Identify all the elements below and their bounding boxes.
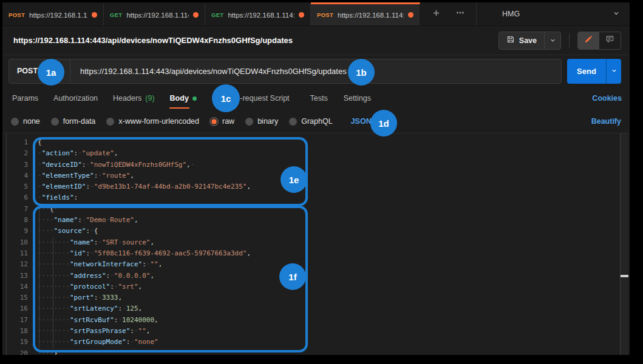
line-number: 15 bbox=[2, 292, 28, 303]
line-number: 16 bbox=[2, 303, 28, 314]
environment-selector[interactable]: HMG bbox=[476, 2, 630, 25]
line-number: 18 bbox=[2, 326, 28, 337]
request-tab[interactable]: GEThttps://192.168.1.114:44 bbox=[205, 2, 311, 25]
line-number: 4 bbox=[2, 170, 28, 181]
body-type-row: noneform-datax-www-form-urlencodedrawbin… bbox=[2, 110, 630, 133]
tab-url-label: https://192.168.1.114:44 bbox=[126, 12, 189, 19]
edit-mode-button[interactable] bbox=[578, 32, 599, 49]
code-text: ········"srtPassPhrase":·"", bbox=[28, 326, 150, 337]
line-number: 3 bbox=[2, 160, 28, 170]
save-options-button[interactable] bbox=[544, 32, 560, 49]
tab-tests[interactable]: Tests bbox=[310, 87, 328, 110]
tab-authorization[interactable]: Authorization bbox=[53, 87, 98, 110]
tab-body[interactable]: Body bbox=[170, 87, 197, 110]
method-badge: POST bbox=[317, 12, 333, 18]
request-builder: POST https://192.168.1.114:443/api/devic… bbox=[2, 55, 630, 87]
divider bbox=[569, 33, 570, 48]
send-options-button[interactable] bbox=[606, 59, 621, 84]
pencil-icon bbox=[584, 35, 593, 46]
code-line: 10········"name":·"SRT·source", bbox=[2, 237, 620, 248]
code-line: 14········"protocol":·"srt", bbox=[2, 281, 620, 292]
line-number: 13 bbox=[2, 271, 28, 281]
radio-none bbox=[11, 118, 19, 126]
code-line: 8····"name":·"Demo·Route", bbox=[2, 215, 620, 226]
line-number: 6 bbox=[2, 192, 28, 203]
modified-dot bbox=[192, 96, 197, 101]
code-text: ·"fields": bbox=[28, 192, 78, 203]
request-tab[interactable]: POSThttps://192.168.1.114:4 bbox=[311, 2, 420, 25]
code-text: ········"networkInterface":·"", bbox=[28, 259, 162, 270]
annotation-1e: 1e bbox=[281, 166, 307, 193]
radio-form-data bbox=[51, 118, 59, 126]
code-text: ········"address":·"0.0.0.0", bbox=[28, 271, 154, 281]
line-number: 19 bbox=[2, 337, 28, 348]
code-editor[interactable]: 1{2·"action":·"update",3·"deviceID":·"no… bbox=[2, 137, 620, 355]
code-line: 20····} bbox=[2, 348, 620, 355]
body-type-form-data[interactable]: form-data bbox=[51, 117, 96, 126]
line-number: 1 bbox=[2, 137, 28, 148]
body-type-label: raw bbox=[222, 117, 234, 126]
tab-url-label: https://192.168.1.114:4 bbox=[29, 12, 87, 19]
comment-button[interactable] bbox=[599, 32, 621, 49]
code-text: ········"srtLatency":·125, bbox=[28, 303, 142, 314]
body-type-none[interactable]: none bbox=[11, 117, 40, 126]
edit-comment-group bbox=[577, 32, 621, 50]
send-button-group: Send bbox=[567, 59, 621, 84]
annotation-1d: 1d bbox=[370, 110, 397, 136]
request-title: https://192.168.1.114:443/api/devices/no… bbox=[13, 36, 293, 45]
line-number: 7 bbox=[2, 204, 28, 215]
code-line: 11········"id":·"5f08c116-f639-4692-aac5… bbox=[2, 248, 620, 259]
line-number: 20 bbox=[2, 348, 28, 355]
code-line: 18········"srtPassPhrase":·"", bbox=[2, 326, 620, 337]
tab-headers[interactable]: Headers(9) bbox=[113, 87, 155, 110]
floppy-icon bbox=[506, 35, 515, 46]
line-number: 5 bbox=[2, 181, 28, 192]
tab-url-label: https://192.168.1.114:44 bbox=[228, 12, 294, 19]
method-badge: POST bbox=[9, 12, 25, 18]
code-line: 16········"srtLatency":·125, bbox=[2, 303, 620, 314]
code-text: ········"srtRcvBuf":·10240000, bbox=[28, 315, 158, 326]
unsaved-dot bbox=[92, 12, 97, 18]
send-button[interactable]: Send bbox=[567, 59, 606, 84]
save-button-group: Save bbox=[498, 32, 561, 50]
scrollbar-marker bbox=[621, 275, 628, 277]
code-line: 19········"srtGroupMode":·"none" bbox=[2, 337, 620, 348]
body-type-label: none bbox=[23, 117, 40, 126]
method-badge: GET bbox=[211, 12, 223, 18]
tab-settings[interactable]: Settings bbox=[344, 87, 371, 110]
code-line: 9····"source":·{ bbox=[2, 226, 620, 237]
annotation-1f: 1f bbox=[279, 263, 306, 290]
code-line: 4·"elementType":·"route", bbox=[2, 170, 620, 181]
annotation-1a: 1a bbox=[38, 59, 64, 86]
radio-graphql bbox=[289, 118, 297, 126]
save-button[interactable]: Save bbox=[499, 32, 544, 49]
method-label: POST bbox=[17, 67, 38, 75]
new-tab-button[interactable] bbox=[430, 8, 442, 20]
cookies-link[interactable]: Cookies bbox=[592, 94, 622, 103]
line-number: 14 bbox=[2, 281, 28, 292]
tab-params[interactable]: Params bbox=[12, 87, 38, 110]
line-number: 17 bbox=[2, 315, 28, 326]
ellipsis-icon bbox=[455, 8, 465, 20]
line-number: 2 bbox=[2, 148, 28, 159]
line-number: 10 bbox=[2, 237, 28, 248]
chevron-down-icon bbox=[549, 35, 556, 46]
editor-scrollbar[interactable] bbox=[620, 133, 628, 355]
url-input[interactable]: https://192.168.1.114:443/api/devices/no… bbox=[70, 59, 561, 83]
url-builder: POST https://192.168.1.114:443/api/devic… bbox=[9, 59, 562, 84]
code-text: ········"protocol":·"srt", bbox=[28, 281, 142, 292]
body-type-x-www-form-urlencoded[interactable]: x-www-form-urlencoded bbox=[106, 117, 199, 126]
navtab-label: Settings bbox=[344, 94, 371, 103]
more-tabs-button[interactable] bbox=[454, 8, 466, 20]
code-line: 3·"deviceID":·"nowTiQEDW4xFnzhs0GHfSg",· bbox=[2, 160, 620, 170]
request-tab[interactable]: GEThttps://192.168.1.114:44 bbox=[104, 2, 205, 25]
tab-bar: POSThttps://192.168.1.114:4GEThttps://19… bbox=[2, 2, 630, 26]
code-text: ····} bbox=[28, 348, 58, 355]
radio-x-www-form-urlencoded bbox=[106, 118, 114, 126]
body-type-graphql[interactable]: GraphQL bbox=[289, 117, 332, 126]
code-line: 5·"elementID":·"d9be13b1-74af-44bd-a2b0-… bbox=[2, 181, 620, 192]
beautify-link[interactable]: Beautify bbox=[591, 117, 621, 126]
body-type-binary[interactable]: binary bbox=[245, 117, 278, 126]
body-type-raw[interactable]: raw bbox=[210, 117, 234, 126]
request-tab[interactable]: POSThttps://192.168.1.114:4 bbox=[2, 2, 104, 25]
